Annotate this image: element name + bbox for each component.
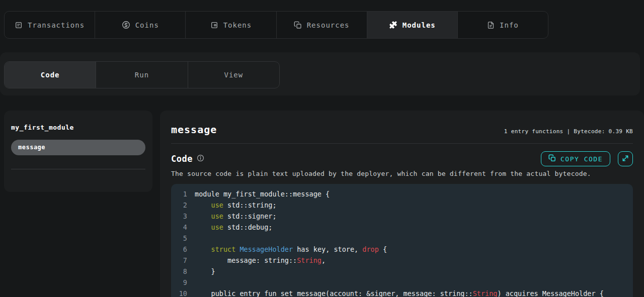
copy-stack-icon xyxy=(294,21,302,29)
code-line-text: message: string::String, xyxy=(195,255,326,266)
code-line: 1module my_first_module::message { xyxy=(171,188,633,200)
code-line: 4 use std::debug; xyxy=(171,222,633,233)
line-number: 2 xyxy=(171,200,187,211)
tab-label: Tokens xyxy=(223,21,252,29)
line-number: 1 xyxy=(171,188,187,200)
line-number: 9 xyxy=(171,277,187,288)
dollar-circle-icon xyxy=(122,21,130,29)
tab-label: Resources xyxy=(307,21,350,29)
code-section-header: Code COPY CODE xyxy=(171,151,633,166)
code-heading-wrap: Code xyxy=(171,154,204,164)
tab-run[interactable]: Run xyxy=(96,62,188,88)
module-sidebar: my_first_module message xyxy=(4,111,152,192)
copy-icon xyxy=(548,154,556,163)
line-number: 8 xyxy=(171,266,187,277)
code-line-text: use std::debug; xyxy=(195,222,272,233)
copy-code-button[interactable]: COPY CODE xyxy=(541,151,610,166)
tab-transactions[interactable]: Transactions xyxy=(5,12,95,38)
copy-code-label: COPY CODE xyxy=(560,155,603,163)
module-mode-tabs: Code Run View xyxy=(4,61,280,88)
code-line: 6 struct MessageHolder has key, store, d… xyxy=(171,244,633,255)
expand-code-button[interactable] xyxy=(618,151,633,166)
tab-label: Run xyxy=(135,71,149,79)
source-code-viewer[interactable]: 1module my_first_module::message {2 use … xyxy=(171,184,633,297)
code-line: 10 public entry fun set_message(account:… xyxy=(171,288,633,297)
code-line: 7 message: string::String, xyxy=(171,255,633,266)
tab-info[interactable]: Info xyxy=(458,12,548,38)
tab-modules[interactable]: Modules xyxy=(367,12,458,38)
tab-label: View xyxy=(224,71,243,79)
module-detail-panel: message 1 entry functions | Bytecode: 0.… xyxy=(160,111,644,297)
file-icon xyxy=(487,21,495,29)
panel-header: message 1 entry functions | Bytecode: 0.… xyxy=(171,111,633,136)
sidebar-item-message[interactable]: message xyxy=(11,140,145,155)
code-line-text: use std::signer; xyxy=(195,211,277,222)
code-section-title: Code xyxy=(171,154,193,164)
sidebar-divider xyxy=(11,169,145,169)
line-number: 5 xyxy=(171,233,187,244)
tab-label: Code xyxy=(41,71,60,79)
module-toolbar-band: Code Run View xyxy=(0,52,640,95)
puzzle-icon xyxy=(389,21,397,29)
line-number: 3 xyxy=(171,211,187,222)
header-divider xyxy=(171,143,633,144)
line-number: 4 xyxy=(171,222,187,233)
module-meta: 1 entry functions | Bytecode: 0.39 KB xyxy=(504,128,633,136)
receipt-icon xyxy=(15,21,23,29)
tab-label: Modules xyxy=(403,21,436,29)
code-section-description: The source code is plain text uploaded b… xyxy=(171,170,633,177)
code-line-text: use std::string; xyxy=(195,200,277,211)
code-line-text: struct MessageHolder has key, store, dro… xyxy=(195,244,387,255)
explorer-tab-bar: Transactions Coins Tokens Resources xyxy=(4,11,548,39)
tab-code[interactable]: Code xyxy=(5,62,96,88)
expand-diagonal-icon xyxy=(622,155,629,163)
code-line: 9 xyxy=(171,277,633,288)
page-title: message xyxy=(171,124,217,136)
code-line: 5 xyxy=(171,233,633,244)
tab-label: Coins xyxy=(135,21,159,29)
code-lines: 1module my_first_module::message {2 use … xyxy=(171,188,633,297)
code-line-text: public entry fun set_message(account: &s… xyxy=(195,288,604,297)
tab-label: Info xyxy=(500,21,519,29)
code-line-text: module my_first_module::message { xyxy=(195,188,330,200)
line-number: 6 xyxy=(171,244,187,255)
info-icon xyxy=(197,154,204,164)
code-line: 8 } xyxy=(171,266,633,277)
line-number: 7 xyxy=(171,255,187,266)
tab-coins[interactable]: Coins xyxy=(95,12,186,38)
wallet-icon xyxy=(210,21,218,29)
code-line: 2 use std::string; xyxy=(171,200,633,211)
module-name-heading: my_first_module xyxy=(11,124,145,131)
tab-resources[interactable]: Resources xyxy=(277,12,367,38)
code-actions: COPY CODE xyxy=(541,151,633,166)
tab-view[interactable]: View xyxy=(188,62,279,88)
code-line: 3 use std::signer; xyxy=(171,211,633,222)
line-number: 10 xyxy=(171,288,187,297)
tab-tokens[interactable]: Tokens xyxy=(186,12,276,38)
code-line-text: } xyxy=(195,266,215,277)
tab-label: Transactions xyxy=(28,21,85,29)
